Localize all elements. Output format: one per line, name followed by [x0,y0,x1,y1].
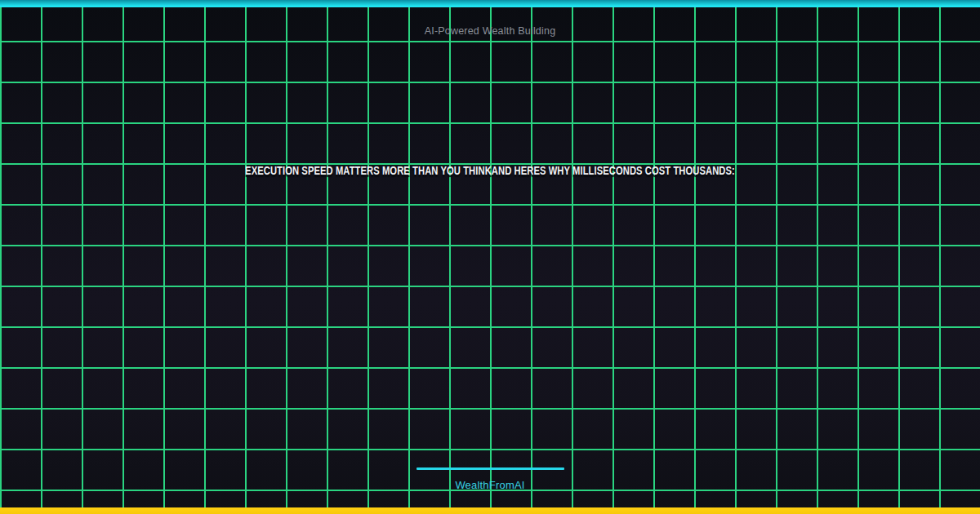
grid-background [0,0,980,514]
top-accent-bar [0,0,980,7]
headline-text: EXECUTION SPEED MATTERS MORE THAN YOU TH… [98,164,882,177]
brand-name: WealthFromAI [0,479,980,491]
brand-divider-line [416,467,564,470]
eyebrow-label: AI-Powered Wealth Building [0,25,980,37]
bottom-accent-bar [0,507,980,514]
social-card: AI-Powered Wealth Building EXECUTION SPE… [0,0,980,514]
